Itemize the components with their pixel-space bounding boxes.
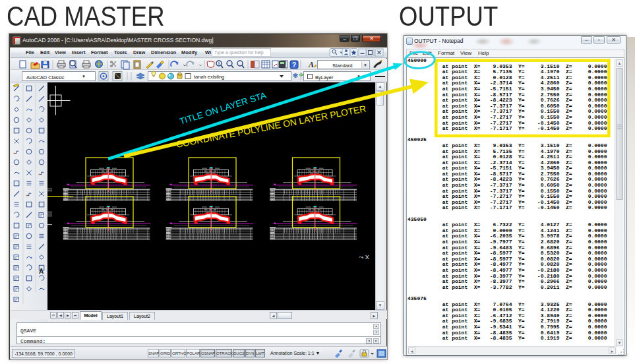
svg-text:A: A (39, 268, 44, 275)
svg-text:⤳ X: ⤳ X (359, 254, 369, 260)
svg-text:?: ? (292, 61, 296, 69)
svg-text:tanah existing: tanah existing (194, 74, 224, 80)
svg-text:A: A (308, 60, 314, 69)
